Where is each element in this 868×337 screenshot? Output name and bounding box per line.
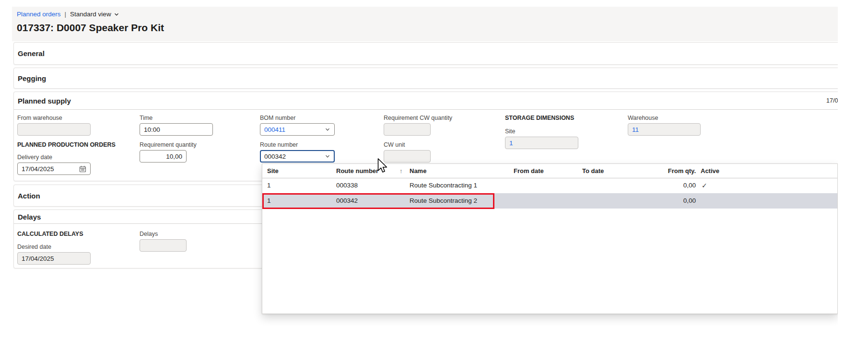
site-input[interactable]: 1 bbox=[505, 137, 578, 149]
warehouse-field: Warehouse 11 bbox=[628, 115, 701, 136]
storage-dimensions-group-label: STORAGE DIMENSIONS bbox=[505, 115, 574, 121]
route-number-field: Route number 000342 bbox=[260, 141, 335, 163]
site-value: 1 bbox=[509, 139, 574, 147]
bom-number-field: BOM number 000411 bbox=[260, 115, 335, 136]
active-check-icon: ✓ bbox=[702, 178, 707, 193]
requirement-cw-quantity-label: Requirement CW quantity bbox=[384, 115, 431, 121]
from-warehouse-label: From warehouse bbox=[17, 115, 91, 121]
route-grid-col-site[interactable]: Site bbox=[267, 164, 279, 178]
route-row-site: 1 bbox=[267, 178, 271, 193]
route-row-name: Route Subcontracting 2 bbox=[410, 193, 477, 209]
delivery-date-field: Delivery date 17/04/2025 bbox=[17, 154, 91, 175]
delays-input[interactable] bbox=[140, 239, 187, 252]
route-number-value: 000342 bbox=[264, 153, 323, 160]
section-general-header[interactable]: General bbox=[14, 43, 847, 64]
planned-production-orders-group-label: PLANNED PRODUCTION ORDERS bbox=[17, 141, 116, 148]
page-title: 017337: D0007 Speaker Pro Kit bbox=[17, 22, 164, 34]
time-input[interactable]: 10:00 bbox=[140, 123, 213, 136]
section-planned-supply-header[interactable]: Planned supply bbox=[14, 92, 847, 110]
site-field: Site 1 bbox=[505, 128, 578, 149]
section-general-title: General bbox=[18, 49, 45, 58]
delivery-date-input[interactable]: 17/04/2025 bbox=[17, 163, 91, 175]
cw-unit-input[interactable] bbox=[384, 150, 431, 163]
desired-date-label: Desired date bbox=[17, 244, 91, 250]
from-warehouse-field: From warehouse bbox=[17, 115, 91, 136]
bom-number-combobox[interactable]: 000411 bbox=[260, 123, 335, 136]
desired-date-field: Desired date 17/04/2025 bbox=[17, 244, 91, 265]
time-field: Time 10:00 bbox=[140, 115, 213, 136]
from-warehouse-input[interactable] bbox=[17, 123, 91, 136]
planned-order-details-page: Planned orders | Standard view 017337: D… bbox=[0, 0, 868, 337]
route-grid-header-row: Site Route number ↑ Name From date To da… bbox=[262, 164, 837, 178]
calendar-icon[interactable] bbox=[79, 165, 86, 173]
requirement-quantity-value: 10,00 bbox=[144, 153, 182, 160]
warehouse-input[interactable]: 11 bbox=[628, 123, 701, 136]
requirement-quantity-input[interactable]: 10,00 bbox=[140, 150, 187, 163]
warehouse-label: Warehouse bbox=[628, 115, 701, 121]
route-grid-col-name[interactable]: Name bbox=[410, 164, 426, 178]
bom-number-value: 000411 bbox=[264, 126, 323, 133]
section-pegging-title: Pegging bbox=[18, 74, 46, 82]
delays-label: Delays bbox=[140, 231, 187, 237]
cw-unit-field: CW unit bbox=[384, 141, 431, 163]
route-number-combobox[interactable]: 000342 bbox=[260, 150, 335, 163]
time-value: 10:00 bbox=[144, 126, 209, 133]
time-label: Time bbox=[140, 115, 213, 121]
section-general: General bbox=[13, 42, 848, 65]
section-pegging: Pegging bbox=[13, 68, 848, 89]
route-number-label: Route number bbox=[260, 141, 335, 148]
delays-field: Delays bbox=[140, 231, 187, 252]
route-number-dropdown-flyout: Site Route number ↑ Name From date To da… bbox=[262, 163, 838, 314]
view-selector[interactable]: Standard view bbox=[70, 11, 119, 18]
site-label: Site bbox=[505, 128, 578, 135]
route-grid-row-000338[interactable]: 1 000338 Route Subcontracting 1 0,00 ✓ bbox=[262, 178, 837, 194]
route-row-name: Route Subcontracting 1 bbox=[410, 178, 477, 193]
route-row-route-number: 000338 bbox=[336, 178, 358, 193]
cw-unit-label: CW unit bbox=[384, 141, 431, 148]
breadcrumb: Planned orders | Standard view bbox=[17, 11, 119, 18]
route-row-from-qty: 0,00 bbox=[641, 193, 696, 209]
calculated-delays-group-label: CALCULATED DELAYS bbox=[17, 231, 83, 237]
requirement-quantity-field: Requirement quantity 10,00 bbox=[140, 141, 187, 163]
view-selector-label: Standard view bbox=[70, 11, 111, 18]
delivery-date-value: 17/04/2025 bbox=[22, 165, 77, 173]
breadcrumb-separator: | bbox=[65, 11, 67, 18]
route-grid-col-active[interactable]: Active bbox=[701, 164, 719, 178]
desired-date-value: 17/04/2025 bbox=[22, 255, 86, 262]
section-action-title: Action bbox=[18, 192, 40, 200]
bom-number-chevron-down-icon[interactable] bbox=[325, 127, 330, 132]
route-grid-row-000342-selected[interactable]: 1 000342 Route Subcontracting 2 0,00 bbox=[262, 193, 837, 209]
requirement-cw-quantity-field: Requirement CW quantity bbox=[384, 115, 431, 136]
viewport-right-cutoff bbox=[838, 0, 868, 337]
desired-date-input[interactable]: 17/04/2025 bbox=[17, 252, 91, 265]
route-row-route-number: 000342 bbox=[336, 193, 358, 209]
route-grid-col-route-number[interactable]: Route number bbox=[336, 164, 378, 178]
route-row-from-qty: 0,00 bbox=[641, 178, 696, 193]
breadcrumb-planned-orders-link[interactable]: Planned orders bbox=[17, 11, 61, 18]
requirement-cw-quantity-input[interactable] bbox=[384, 123, 431, 136]
requirement-quantity-label: Requirement quantity bbox=[140, 141, 187, 148]
section-delays-title: Delays bbox=[18, 213, 41, 221]
route-grid-col-from-qty[interactable]: From qty. bbox=[641, 164, 696, 178]
route-number-chevron-down-icon[interactable] bbox=[325, 153, 330, 159]
section-pegging-header[interactable]: Pegging bbox=[14, 68, 847, 88]
warehouse-value: 11 bbox=[632, 126, 696, 133]
route-grid-col-from-date[interactable]: From date bbox=[514, 164, 544, 178]
bom-number-label: BOM number bbox=[260, 115, 335, 121]
sort-ascending-icon: ↑ bbox=[399, 164, 403, 178]
section-planned-supply-title: Planned supply bbox=[18, 97, 71, 105]
planned-supply-header-date: 17/0 bbox=[826, 97, 838, 104]
route-grid-col-to-date[interactable]: To date bbox=[582, 164, 604, 178]
route-row-site: 1 bbox=[267, 193, 271, 209]
delivery-date-label: Delivery date bbox=[17, 154, 91, 161]
chevron-down-icon bbox=[114, 12, 119, 17]
